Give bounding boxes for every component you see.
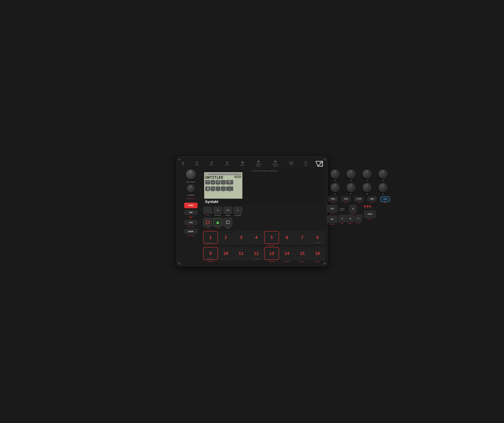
headphone-icon: 🎧 <box>181 161 184 164</box>
elektron-logo <box>316 161 322 166</box>
pad-11[interactable]: 11 <box>234 247 248 260</box>
tap-tempo-btn-group: ✎ Tap Tempo <box>234 207 242 216</box>
knob-h-label: H <box>382 193 384 195</box>
trig-pad-group: TRIG Quantize <box>328 197 337 203</box>
svg-line-1 <box>318 161 323 166</box>
top-connectors-bar: 🎧 Left Right Input L Input R MIDI In MID… <box>181 160 323 167</box>
save-proj-button[interactable]: ⚙ <box>213 207 222 214</box>
midi-out-connector: MIDI OutSync A <box>256 160 261 167</box>
midi-in-label: MIDI In <box>240 164 245 166</box>
utime-minus-label: μTime - <box>340 223 344 224</box>
pad-6[interactable]: 6 <box>280 231 294 244</box>
bpm-icon: ♩ <box>235 176 236 178</box>
copy-label: Copy <box>206 227 209 228</box>
pad-9[interactable]: 9 <box>203 247 218 260</box>
paste-label: Paste <box>226 227 229 228</box>
pad-2[interactable]: 2 <box>219 231 233 244</box>
pad-8[interactable]: 8 <box>310 231 325 244</box>
led-1-4 <box>364 206 366 207</box>
knob-a[interactable] <box>330 169 340 179</box>
pad-12[interactable]: 12 <box>249 247 264 260</box>
copy-button[interactable] <box>203 218 212 226</box>
usb-port <box>289 162 293 164</box>
level-data-knob[interactable] <box>187 185 195 192</box>
clear-button[interactable] <box>213 218 222 226</box>
knob-e-group: E <box>330 183 340 195</box>
knob-c-label: C <box>366 179 368 181</box>
paste-button[interactable] <box>223 218 232 226</box>
knob-h[interactable] <box>378 183 388 192</box>
knob-g-group: G <box>362 183 372 195</box>
reverb-label: Reverb <box>370 202 374 203</box>
sound-button[interactable]: ··· <box>203 207 212 214</box>
pad-8-dots <box>315 242 320 243</box>
knob-a-group: A <box>330 169 340 181</box>
routing-button[interactable]: FX <box>223 207 232 214</box>
knob-h-group: H <box>378 183 388 195</box>
param-lev: ▐ <box>205 186 210 191</box>
pad-10[interactable]: 10 <box>219 247 233 260</box>
fltr-pad[interactable]: FLTR <box>354 197 364 201</box>
tempo-led-2-4: 2:4 <box>367 206 368 209</box>
syn-pad-group: SYN Machine <box>341 197 351 203</box>
knob-e[interactable] <box>330 183 340 192</box>
pads-row2-sublabels: Analog/Mute M1/Retrig M2/Velocity M3/Mod… <box>203 261 325 262</box>
bank-button[interactable]: BANK <box>184 229 198 234</box>
pad-3[interactable]: 3 <box>234 231 248 244</box>
knob-c[interactable] <box>362 169 372 179</box>
quantize-label: Quantize <box>331 202 335 203</box>
clear-label: Clear <box>216 227 219 228</box>
machine-label: Machine <box>344 202 348 203</box>
func-button[interactable]: FUNC <box>184 203 198 208</box>
digital-mute-label: Digital/Mute <box>264 245 279 246</box>
param-trk: TRK1 <box>205 180 210 185</box>
left-panel: Main Volume Level/Data Sound Browser FUN… <box>181 169 201 262</box>
pad-5[interactable]: 5 <box>264 231 279 244</box>
m3-mod-a-label: M3/Mod A <box>295 261 309 262</box>
fx-icon: FX <box>227 209 229 212</box>
knob-d[interactable] <box>378 169 388 179</box>
knob-f[interactable] <box>346 183 356 192</box>
screen-project-prefix: A09 <box>206 173 208 175</box>
trk-button[interactable]: TRK <box>184 210 198 215</box>
midi-in-connector: MIDI In <box>240 161 245 166</box>
metronome-label: Metronome <box>187 226 194 227</box>
pad-7[interactable]: 7 <box>295 231 309 244</box>
tempo-leds-row: 1:4 2:4 3:4 4:4 <box>364 205 376 209</box>
pad-4[interactable]: 4 <box>249 231 264 244</box>
tap-tempo-button[interactable]: ✎ <box>234 207 242 214</box>
pads-row1-sublabels: Digital/Mute <box>203 245 325 246</box>
pad-1[interactable]: 1 <box>203 231 218 244</box>
fill-scale-label: Fill/Scale <box>368 219 372 220</box>
knob-g[interactable] <box>362 183 372 192</box>
yes-button[interactable]: YES <box>327 205 337 212</box>
param-bpm: BPM128 <box>216 180 220 185</box>
down-arrow-button[interactable]: ∨ <box>347 215 354 222</box>
right-connector: Right <box>195 161 198 166</box>
func-pads-row: TRIG Quantize SYN Machine FLTR Delay AMP… <box>327 197 391 203</box>
param-fade: ↗ <box>221 180 226 185</box>
pad-15[interactable]: 15 <box>295 247 309 260</box>
paste-btn-group: Paste <box>223 218 232 228</box>
pad-13[interactable]: 13 <box>264 247 279 260</box>
pads-row-2: 9 10 11 12 <box>203 247 325 260</box>
pad-14[interactable]: 14 <box>280 247 294 260</box>
midi-thru-connector: MIDI ThruSync B <box>272 160 278 167</box>
no-button[interactable]: NO <box>327 215 337 223</box>
param-dest: BDMDTUNE <box>226 180 233 185</box>
left-arrow-button[interactable]: < <box>338 215 346 222</box>
lfo-pad[interactable]: LFO <box>381 197 390 202</box>
pad-16[interactable]: 16 <box>310 247 325 260</box>
up-arrow-button[interactable]: ∧ <box>349 205 357 212</box>
syn-pad[interactable]: SYN <box>341 197 351 201</box>
amp-pad[interactable]: AMP <box>367 197 377 201</box>
pad-9-dots <box>207 258 214 259</box>
knob-b[interactable] <box>346 169 356 179</box>
right-arrow-button[interactable]: > <box>355 215 362 222</box>
main-volume-knob[interactable] <box>186 169 196 179</box>
page-button[interactable]: PAGE <box>364 210 376 218</box>
led-3-4-label: 3:4 <box>369 207 371 209</box>
knob-g-label: G <box>366 193 368 195</box>
trig-pad[interactable]: TRIG <box>328 197 337 201</box>
ptn-button[interactable]: PTN <box>184 220 198 225</box>
